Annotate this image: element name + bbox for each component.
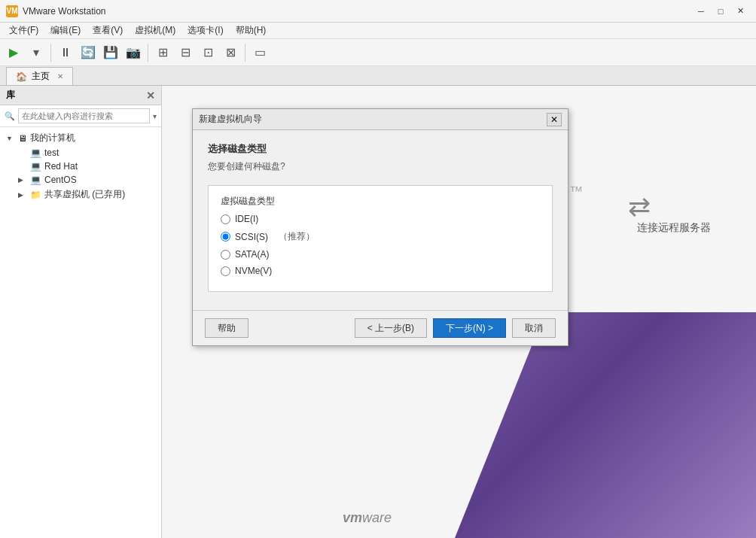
tab-home-label: 主页	[32, 70, 50, 83]
tree-item-shared[interactable]: ▶ 📁 共享虚拟机 (已弃用)	[12, 187, 161, 202]
view-normal-button[interactable]: ⊞	[152, 42, 173, 63]
next-button[interactable]: 下一步(N) >	[433, 318, 506, 338]
tab-bar: 🏠 主页 ✕	[0, 66, 756, 86]
sidebar: 库 ✕ 🔍 ▾ ▼ 🖥 我的计算机 💻 test 💻	[0, 86, 162, 538]
radio-sata-label: SATA(A)	[235, 249, 270, 260]
snapshot-button[interactable]: 📷	[123, 42, 144, 63]
computer-icon: 🖥	[18, 133, 27, 144]
toolbar-sep-1	[50, 44, 51, 62]
toolbar-sep-2	[148, 44, 148, 62]
title-bar-controls: ─ □ ✕	[691, 4, 750, 19]
dialog-body: 选择磁盘类型 您要创建何种磁盘? 虚拟磁盘类型 IDE(I) SCSI(S) （…	[193, 130, 568, 310]
search-input[interactable]	[18, 108, 150, 123]
sidebar-close-button[interactable]: ✕	[146, 90, 155, 102]
tree-expander-root: ▼	[6, 135, 15, 142]
new-vm-dialog: 新建虚拟机向导 ✕ 选择磁盘类型 您要创建何种磁盘? 虚拟磁盘类型 IDE(I)	[192, 108, 569, 346]
radio-scsi-label: SCSI(S)	[235, 232, 268, 242]
scsi-recommend-text: （推荐）	[279, 230, 315, 243]
suspend-button[interactable]: 💾	[100, 42, 121, 63]
prev-button[interactable]: < 上一步(B)	[355, 318, 427, 338]
dialog-section-title: 选择磁盘类型	[208, 142, 553, 156]
content-area: ™ ⇄ 连接远程服务器 vm ware 新建虚拟机向导 ✕ 选择磁盘类型 您要创…	[162, 86, 756, 538]
view-unity-button[interactable]: ⊠	[220, 42, 241, 63]
radio-scsi[interactable]: SCSI(S) （推荐）	[221, 230, 540, 243]
tree-item-test[interactable]: 💻 test	[12, 146, 161, 160]
sidebar-search: 🔍 ▾	[0, 105, 161, 127]
toolbar: ▶ ▾ ⏸ 🔄 💾 📷 ⊞ ⊟ ⊡ ⊠ ▭	[0, 39, 756, 66]
tree-label-centos: CentOS	[44, 175, 77, 185]
tab-close-icon[interactable]: ✕	[57, 72, 63, 81]
tree-children: 💻 test 💻 Red Hat ▶ 💻 CentOS ▶ 📁 共享虚拟机 (已…	[0, 146, 161, 202]
menu-view[interactable]: 查看(V)	[87, 23, 129, 39]
title-bar: VM VMware Workstation ─ □ ✕	[0, 0, 756, 23]
vm-icon-test: 💻	[30, 147, 41, 158]
menu-edit[interactable]: 编辑(E)	[44, 23, 87, 39]
tree-label-test: test	[44, 147, 59, 158]
radio-sata-input[interactable]	[221, 250, 230, 260]
tree-expander-shared: ▶	[18, 191, 27, 199]
tree-item-root[interactable]: ▼ 🖥 我的计算机	[0, 130, 161, 146]
view-split-button[interactable]: ⊟	[175, 42, 196, 63]
sidebar-header: 库 ✕	[0, 86, 161, 105]
dialog-section-subtitle: 您要创建何种磁盘?	[208, 160, 553, 173]
title-bar-text: VMware Workstation	[23, 6, 105, 17]
tree-expander-centos: ▶	[18, 176, 27, 184]
radio-nvme[interactable]: NVMe(V)	[221, 266, 540, 276]
radio-sata[interactable]: SATA(A)	[221, 249, 540, 260]
disk-type-label: 虚拟磁盘类型	[221, 195, 540, 208]
view-full-button[interactable]: ⊡	[197, 42, 218, 63]
radio-ide-label: IDE(I)	[235, 214, 258, 224]
menu-tabs[interactable]: 选项卡(I)	[181, 23, 229, 39]
help-button[interactable]: 帮助	[205, 318, 248, 338]
menu-bar: 文件(F) 编辑(E) 查看(V) 虚拟机(M) 选项卡(I) 帮助(H)	[0, 23, 756, 39]
dialog-overlay: 新建虚拟机向导 ✕ 选择磁盘类型 您要创建何种磁盘? 虚拟磁盘类型 IDE(I)	[162, 86, 756, 538]
dialog-close-button[interactable]: ✕	[547, 113, 562, 126]
reset-button[interactable]: 🔄	[78, 42, 99, 63]
radio-ide[interactable]: IDE(I)	[221, 214, 540, 224]
cancel-button[interactable]: 取消	[512, 318, 556, 338]
footer-right-buttons: < 上一步(B) 下一步(N) > 取消	[355, 318, 556, 338]
title-bar-left: VM VMware Workstation	[6, 5, 105, 17]
dialog-footer: 帮助 < 上一步(B) 下一步(N) > 取消	[193, 310, 568, 345]
disk-type-group: 虚拟磁盘类型 IDE(I) SCSI(S) （推荐） SATA	[208, 185, 553, 292]
sidebar-tree: ▼ 🖥 我的计算机 💻 test 💻 Red Hat ▶ 💻	[0, 127, 161, 538]
menu-vm[interactable]: 虚拟机(M)	[129, 23, 181, 39]
tree-label-redhat: Red Hat	[44, 161, 78, 172]
tab-home[interactable]: 🏠 主页 ✕	[6, 67, 73, 85]
vm-icon-redhat: 💻	[30, 161, 41, 172]
minimize-button[interactable]: ─	[691, 4, 711, 19]
dialog-titlebar: 新建虚拟机向导 ✕	[193, 109, 568, 130]
search-dropdown-icon[interactable]: ▾	[153, 112, 157, 120]
pause-button[interactable]: ⏸	[55, 42, 76, 63]
close-button[interactable]: ✕	[730, 4, 750, 19]
menu-file[interactable]: 文件(F)	[3, 23, 44, 39]
sidebar-title: 库	[6, 89, 15, 102]
radio-ide-input[interactable]	[221, 214, 230, 224]
toolbar-sep-3	[245, 44, 245, 62]
view-extra-button[interactable]: ▭	[249, 42, 270, 63]
main-layout: 库 ✕ 🔍 ▾ ▼ 🖥 我的计算机 💻 test 💻	[0, 86, 756, 538]
radio-nvme-label: NVMe(V)	[235, 266, 272, 276]
maximize-button[interactable]: □	[711, 4, 730, 19]
tree-item-centos[interactable]: ▶ 💻 CentOS	[12, 173, 161, 187]
vm-icon-shared: 📁	[30, 190, 41, 200]
app-icon: VM	[6, 5, 18, 17]
vm-icon-centos: 💻	[30, 175, 41, 185]
radio-scsi-input[interactable]	[221, 232, 230, 242]
search-icon: 🔍	[5, 111, 15, 121]
power-dropdown-button[interactable]: ▾	[26, 42, 47, 63]
tree-item-redhat[interactable]: 💻 Red Hat	[12, 160, 161, 173]
home-icon: 🏠	[16, 71, 27, 82]
tree-root-label: 我的计算机	[30, 132, 75, 144]
power-on-button[interactable]: ▶	[3, 42, 24, 63]
tree-label-shared: 共享虚拟机 (已弃用)	[44, 188, 125, 201]
dialog-title: 新建虚拟机向导	[199, 113, 262, 126]
radio-nvme-input[interactable]	[221, 266, 230, 276]
menu-help[interactable]: 帮助(H)	[230, 23, 273, 39]
